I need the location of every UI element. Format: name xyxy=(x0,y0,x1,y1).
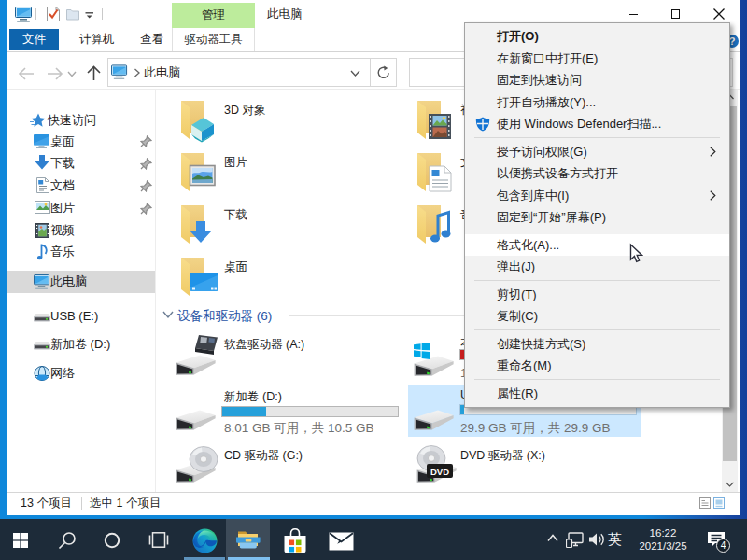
svg-text:DVD: DVD xyxy=(430,467,449,477)
